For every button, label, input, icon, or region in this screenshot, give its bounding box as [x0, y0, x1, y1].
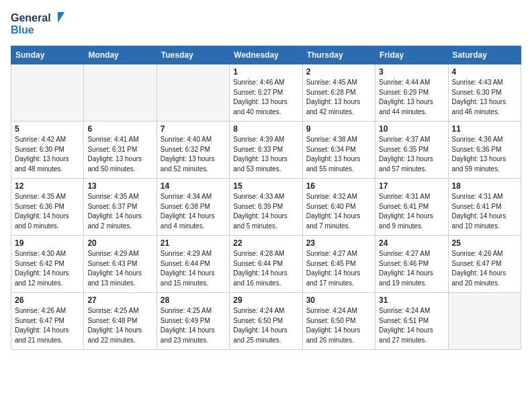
calendar-cell: 13Sunrise: 4:35 AMSunset: 6:37 PMDayligh…	[84, 179, 157, 236]
svg-text:General: General	[11, 12, 51, 24]
week-row-1: 1Sunrise: 4:46 AMSunset: 6:27 PMDaylight…	[11, 64, 521, 122]
calendar-cell: 21Sunrise: 4:29 AMSunset: 6:44 PMDayligh…	[157, 236, 229, 293]
day-number: 27	[87, 295, 152, 305]
calendar-cell: 29Sunrise: 4:24 AMSunset: 6:50 PMDayligh…	[230, 293, 302, 350]
calendar-cell: 6Sunrise: 4:41 AMSunset: 6:31 PMDaylight…	[84, 122, 157, 179]
day-info: Sunrise: 4:36 AMSunset: 6:36 PMDaylight:…	[452, 135, 517, 174]
day-info: Sunrise: 4:29 AMSunset: 6:44 PMDaylight:…	[161, 249, 226, 288]
day-info: Sunrise: 4:45 AMSunset: 6:28 PMDaylight:…	[306, 78, 371, 117]
calendar-cell: 30Sunrise: 4:24 AMSunset: 6:50 PMDayligh…	[302, 293, 375, 350]
day-number: 23	[306, 238, 371, 248]
day-number: 11	[452, 124, 517, 134]
day-number: 29	[233, 295, 298, 305]
day-number: 26	[15, 295, 80, 305]
day-number: 2	[306, 67, 371, 77]
day-number: 21	[161, 238, 226, 248]
day-info: Sunrise: 4:41 AMSunset: 6:31 PMDaylight:…	[87, 135, 152, 174]
calendar-cell	[448, 293, 521, 350]
calendar-cell: 18Sunrise: 4:31 AMSunset: 6:41 PMDayligh…	[448, 179, 521, 236]
week-row-5: 26Sunrise: 4:26 AMSunset: 6:47 PMDayligh…	[11, 293, 521, 350]
calendar-cell	[157, 64, 229, 122]
day-info: Sunrise: 4:43 AMSunset: 6:30 PMDaylight:…	[452, 78, 517, 117]
calendar-cell: 1Sunrise: 4:46 AMSunset: 6:27 PMDaylight…	[230, 64, 302, 122]
day-info: Sunrise: 4:38 AMSunset: 6:34 PMDaylight:…	[306, 135, 371, 174]
calendar-cell: 14Sunrise: 4:34 AMSunset: 6:38 PMDayligh…	[157, 179, 229, 236]
week-row-4: 19Sunrise: 4:30 AMSunset: 6:42 PMDayligh…	[11, 236, 521, 293]
day-info: Sunrise: 4:27 AMSunset: 6:46 PMDaylight:…	[379, 249, 444, 288]
day-number: 7	[161, 124, 226, 134]
day-info: Sunrise: 4:42 AMSunset: 6:30 PMDaylight:…	[15, 135, 80, 174]
calendar-cell: 4Sunrise: 4:43 AMSunset: 6:30 PMDaylight…	[448, 64, 521, 122]
calendar-cell: 27Sunrise: 4:25 AMSunset: 6:48 PMDayligh…	[84, 293, 157, 350]
day-header-thursday: Thursday	[302, 46, 375, 64]
logo: GeneralBlue	[11, 11, 64, 38]
day-number: 8	[233, 124, 298, 134]
calendar-table: SundayMondayTuesdayWednesdayThursdayFrid…	[11, 46, 521, 350]
day-number: 5	[15, 124, 80, 134]
day-info: Sunrise: 4:28 AMSunset: 6:44 PMDaylight:…	[233, 249, 298, 288]
day-header-sunday: Sunday	[11, 46, 84, 64]
calendar-cell: 5Sunrise: 4:42 AMSunset: 6:30 PMDaylight…	[11, 122, 84, 179]
calendar-cell: 10Sunrise: 4:37 AMSunset: 6:35 PMDayligh…	[375, 122, 448, 179]
week-row-2: 5Sunrise: 4:42 AMSunset: 6:30 PMDaylight…	[11, 122, 521, 179]
day-info: Sunrise: 4:27 AMSunset: 6:45 PMDaylight:…	[306, 249, 371, 288]
calendar-cell: 24Sunrise: 4:27 AMSunset: 6:46 PMDayligh…	[375, 236, 448, 293]
day-number: 17	[379, 181, 444, 191]
calendar-cell: 7Sunrise: 4:40 AMSunset: 6:32 PMDaylight…	[157, 122, 229, 179]
calendar-cell: 3Sunrise: 4:44 AMSunset: 6:29 PMDaylight…	[375, 64, 448, 122]
day-info: Sunrise: 4:32 AMSunset: 6:40 PMDaylight:…	[306, 192, 371, 231]
logo-icon: GeneralBlue	[11, 11, 64, 38]
day-number: 20	[87, 238, 152, 248]
day-info: Sunrise: 4:30 AMSunset: 6:42 PMDaylight:…	[15, 249, 80, 288]
calendar-cell: 8Sunrise: 4:39 AMSunset: 6:33 PMDaylight…	[230, 122, 302, 179]
day-header-friday: Friday	[375, 46, 448, 64]
day-number: 4	[452, 67, 517, 77]
day-info: Sunrise: 4:25 AMSunset: 6:49 PMDaylight:…	[161, 306, 226, 345]
day-number: 10	[379, 124, 444, 134]
day-info: Sunrise: 4:37 AMSunset: 6:35 PMDaylight:…	[379, 135, 444, 174]
calendar-cell: 12Sunrise: 4:35 AMSunset: 6:36 PMDayligh…	[11, 179, 84, 236]
calendar-cell: 17Sunrise: 4:31 AMSunset: 6:41 PMDayligh…	[375, 179, 448, 236]
day-number: 1	[233, 67, 298, 77]
day-info: Sunrise: 4:24 AMSunset: 6:50 PMDaylight:…	[233, 306, 298, 345]
day-info: Sunrise: 4:35 AMSunset: 6:36 PMDaylight:…	[15, 192, 80, 231]
day-info: Sunrise: 4:44 AMSunset: 6:29 PMDaylight:…	[379, 78, 444, 117]
calendar-cell	[11, 64, 84, 122]
calendar-cell: 28Sunrise: 4:25 AMSunset: 6:49 PMDayligh…	[157, 293, 229, 350]
day-number: 15	[233, 181, 298, 191]
day-number: 19	[15, 238, 80, 248]
day-number: 25	[452, 238, 517, 248]
day-info: Sunrise: 4:25 AMSunset: 6:48 PMDaylight:…	[87, 306, 152, 345]
day-info: Sunrise: 4:40 AMSunset: 6:32 PMDaylight:…	[161, 135, 226, 174]
calendar-cell: 11Sunrise: 4:36 AMSunset: 6:36 PMDayligh…	[448, 122, 521, 179]
calendar-cell: 9Sunrise: 4:38 AMSunset: 6:34 PMDaylight…	[302, 122, 375, 179]
day-info: Sunrise: 4:33 AMSunset: 6:39 PMDaylight:…	[233, 192, 298, 231]
svg-marker-2	[58, 12, 64, 23]
day-number: 9	[306, 124, 371, 134]
day-info: Sunrise: 4:34 AMSunset: 6:38 PMDaylight:…	[161, 192, 226, 231]
day-number: 14	[161, 181, 226, 191]
day-number: 31	[379, 295, 444, 305]
week-row-3: 12Sunrise: 4:35 AMSunset: 6:36 PMDayligh…	[11, 179, 521, 236]
day-header-wednesday: Wednesday	[230, 46, 302, 64]
day-info: Sunrise: 4:31 AMSunset: 6:41 PMDaylight:…	[452, 192, 517, 231]
day-header-monday: Monday	[84, 46, 157, 64]
day-number: 6	[87, 124, 152, 134]
calendar-cell: 15Sunrise: 4:33 AMSunset: 6:39 PMDayligh…	[230, 179, 302, 236]
day-number: 12	[15, 181, 80, 191]
day-info: Sunrise: 4:46 AMSunset: 6:27 PMDaylight:…	[233, 78, 298, 117]
day-number: 24	[379, 238, 444, 248]
calendar-cell: 26Sunrise: 4:26 AMSunset: 6:47 PMDayligh…	[11, 293, 84, 350]
day-number: 3	[379, 67, 444, 77]
calendar-cell: 2Sunrise: 4:45 AMSunset: 6:28 PMDaylight…	[302, 64, 375, 122]
calendar-cell	[84, 64, 157, 122]
day-info: Sunrise: 4:26 AMSunset: 6:47 PMDaylight:…	[15, 306, 80, 345]
day-info: Sunrise: 4:24 AMSunset: 6:50 PMDaylight:…	[306, 306, 371, 345]
day-info: Sunrise: 4:26 AMSunset: 6:47 PMDaylight:…	[452, 249, 517, 288]
page-header: GeneralBlue	[11, 11, 521, 38]
day-number: 18	[452, 181, 517, 191]
day-number: 16	[306, 181, 371, 191]
day-info: Sunrise: 4:35 AMSunset: 6:37 PMDaylight:…	[87, 192, 152, 231]
day-header-tuesday: Tuesday	[157, 46, 229, 64]
day-info: Sunrise: 4:39 AMSunset: 6:33 PMDaylight:…	[233, 135, 298, 174]
